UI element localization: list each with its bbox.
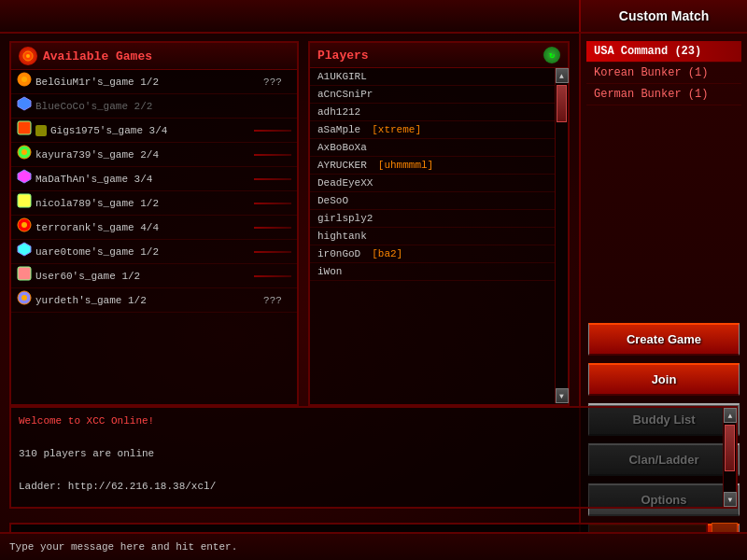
game-icon-4 [17,169,32,189]
player-name: hightank [317,231,367,242]
players-list: A1UKGIRLaCnCSniPradh1212aSaMple[xtreme]A… [310,68,555,377]
map-item-1[interactable]: Korean Bunker (1) [586,63,741,84]
player-name: aCnCSniPr [317,89,373,100]
game-players-bar [254,178,291,180]
chat-line-3 [19,463,704,480]
player-name: AYRUCKER [317,160,367,171]
game-name: User60's_game 1/2 [35,271,250,282]
player-name: ir0nGoD [317,248,360,259]
svg-point-11 [21,222,27,228]
game-item[interactable]: User60's_game 1/2 [11,264,297,288]
player-item[interactable]: AxBoBoXa [310,139,555,157]
game-item[interactable]: MaDaThAn's_game 3/4 [11,167,297,191]
lock-icon [35,125,47,136]
player-item[interactable]: ir0nGoD[ba2] [310,245,555,263]
player-item[interactable]: aSaMple[xtreme] [310,121,555,139]
players-header-label: Players [317,49,369,63]
join-button[interactable]: Join [588,363,740,396]
player-name: DeadEyeXX [317,177,373,189]
game-name: BlueCoCo's_game 2/2 [35,101,291,112]
game-item[interactable]: BlueCoCo's_game 2/2 [11,94,297,119]
game-icon-5 [17,193,32,213]
svg-marker-12 [18,243,31,256]
game-players-bar [254,251,291,253]
player-item[interactable]: aCnCSniPr [310,86,555,104]
player-name: girlsply2 [317,213,373,224]
game-players-bar [254,203,291,204]
chat-content: Welcome to XCC Online! 310 players are o… [11,408,723,507]
chat-scrollbar[interactable]: ▲ ▼ [723,408,736,507]
game-name: terrorank's_game 4/4 [35,222,250,233]
game-item[interactable]: uare0tome's_game 1/2 [11,240,297,264]
player-item[interactable]: hightank [310,228,555,245]
game-item[interactable]: kayura739's_game 2/4 [11,143,297,167]
chat-scroll-down[interactable]: ▼ [724,492,737,507]
scroll-track [556,83,568,388]
game-players-bar [254,130,291,132]
player-name: iWon [317,266,342,277]
player-item[interactable]: AYRUCKER[uhmmmml] [310,157,555,175]
game-players: ??? [254,294,291,307]
create-game-button[interactable]: Create Game [588,323,740,356]
player-tag: [ba2] [372,248,402,259]
custom-match-title: Custom Match [619,8,709,23]
refresh-button[interactable]: ↻ [543,47,560,63]
game-icon-6 [17,217,32,237]
chat-line-1 [19,430,704,447]
chat-line-0: Welcome to XCC Online! [19,413,704,430]
map-item-2[interactable]: German Bunker (1) [586,84,741,105]
scroll-thumb[interactable] [557,85,567,122]
game-name: Gigs1975's_game 3/4 [50,125,250,136]
game-name: kayura739's_game 2/4 [35,149,250,161]
game-players-bar [254,154,291,156]
player-name: AxBoBoXa [317,142,367,153]
game-icon-0 [17,72,32,91]
game-item[interactable]: BelGiuM1r's_game 1/2??? [11,70,297,94]
player-tag: [xtreme] [372,124,421,135]
scroll-down-arrow[interactable]: ▼ [556,388,569,403]
svg-rect-9 [18,194,31,207]
status-text: Type your message here and hit enter. [9,541,237,553]
player-item[interactable]: girlsply2 [310,210,555,228]
map-item-0[interactable]: USA Command (23) [586,41,741,63]
map-list: USA Command (23)Korean Bunker (1)German … [581,34,747,319]
player-item[interactable]: DeadEyeXX [310,175,555,192]
player-item[interactable]: A1UKGIRL [310,68,555,86]
game-icon-9 [17,290,32,310]
scroll-up-arrow[interactable]: ▲ [556,68,569,83]
game-icon-3 [17,145,32,164]
player-item[interactable]: iWon [310,263,555,281]
player-item[interactable]: adh1212 [310,104,555,121]
chat-scroll-thumb[interactable] [725,425,735,471]
game-icon-7 [17,242,32,261]
games-list: BelGiuM1r's_game 1/2???BlueCoCo's_game 2… [11,70,297,405]
game-name: BelGiuM1r's_game 1/2 [35,77,250,88]
games-panel-header: Available Games [11,43,297,70]
game-name: uare0tome's_game 1/2 [35,246,250,258]
game-icon-2 [17,120,32,140]
games-panel: Available Games BelGiuM1r's_game 1/2???B… [9,41,299,406]
bottom-bar: Type your message here and hit enter. [0,532,747,560]
svg-point-7 [21,149,27,155]
game-item[interactable]: yurdeth's_game 1/2??? [11,288,297,313]
svg-marker-4 [18,97,31,110]
game-players-bar [254,275,291,277]
custom-match-header: Custom Match [579,0,747,32]
player-name: DeSoO [317,195,348,206]
player-item[interactable]: DeSoO [310,192,555,210]
games-icon [19,47,37,65]
game-players: ??? [254,76,291,89]
svg-point-3 [21,77,27,82]
players-scrollbar[interactable]: ▲ ▼ [555,68,568,403]
players-panel-header: Players ↻ [310,43,568,68]
game-icon-8 [17,266,32,286]
game-players-bar [254,227,291,229]
chat-scroll-track [724,423,736,492]
game-item[interactable]: nicola789's_game 1/2 [11,191,297,216]
svg-rect-13 [18,267,31,280]
game-name: yurdeth's_game 1/2 [35,295,250,306]
game-icon-1 [17,96,32,116]
chat-scroll-up[interactable]: ▲ [724,408,737,423]
game-item[interactable]: terrorank's_game 4/4 [11,216,297,240]
game-item[interactable]: Gigs1975's_game 3/4 [11,119,297,143]
